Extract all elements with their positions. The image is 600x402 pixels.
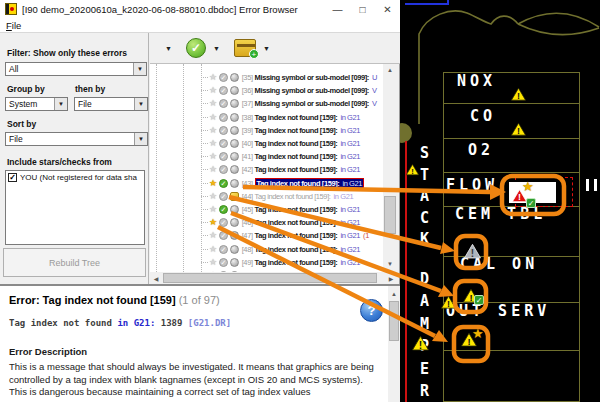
row-text: Tag index not found [159]:: [255, 218, 338, 227]
scroll-down-icon[interactable]: ▼: [383, 258, 397, 270]
row-note-icon[interactable]: [230, 218, 239, 227]
row-star-icon[interactable]: [209, 99, 217, 108]
check-dropdown-icon[interactable]: [213, 45, 220, 52]
chevron-down-icon[interactable]: [134, 98, 147, 110]
svg-text:!: !: [419, 340, 422, 351]
error-tree[interactable]: [35] Missing symbol or sub-model [099]:U…: [150, 64, 383, 272]
row-check-icon[interactable]: [219, 192, 228, 201]
row-star-icon[interactable]: [209, 126, 217, 135]
rebuild-tree-button[interactable]: Rebuild Tree: [3, 248, 146, 277]
row-check-icon[interactable]: [219, 73, 228, 82]
then-by-select[interactable]: File: [74, 97, 148, 111]
row-check-icon[interactable]: [219, 152, 228, 161]
row-note-icon[interactable]: [230, 139, 239, 148]
notes-dropdown-icon[interactable]: [263, 45, 270, 52]
app-icon: [5, 3, 17, 15]
row-check-icon[interactable]: [219, 231, 228, 240]
include-listbox[interactable]: YOU (Not registered for data sha: [5, 170, 145, 245]
row-check-icon[interactable]: [219, 126, 228, 135]
tree-row[interactable]: [42] Tag index not found [159]:in G21: [150, 163, 383, 176]
maximize-button[interactable]: □: [350, 0, 375, 18]
scroll-up-icon[interactable]: ▲: [388, 288, 400, 300]
row-note-icon[interactable]: [230, 99, 239, 108]
group-by-label: Group by: [7, 84, 45, 94]
tree-row[interactable]: [49] Tag index not found [159]:in G21: [150, 256, 383, 269]
svg-text:!: !: [467, 336, 470, 347]
row-star-icon[interactable]: [209, 179, 217, 188]
tree-vscrollbar[interactable]: [383, 64, 397, 272]
row-check-icon[interactable]: [219, 165, 228, 174]
row-star-icon[interactable]: [209, 86, 217, 95]
row-star-icon[interactable]: [209, 139, 217, 148]
row-check-icon[interactable]: [219, 179, 228, 188]
tree-hscroll-thumb[interactable]: [163, 273, 377, 283]
filter-value: All: [9, 64, 18, 74]
row-check-icon[interactable]: [219, 99, 228, 108]
tree-row[interactable]: [46] Tag index not found [159]:in G21: [150, 216, 383, 229]
row-check-icon[interactable]: [219, 86, 228, 95]
scroll-up-icon[interactable]: ▲: [383, 64, 397, 76]
row-check-icon[interactable]: [219, 245, 228, 254]
row-note-icon[interactable]: [230, 245, 239, 254]
row-note-icon[interactable]: [230, 258, 239, 267]
row-note-icon[interactable]: [230, 231, 239, 240]
tree-row[interactable]: [44] Tag index not found [159]:in G21: [150, 190, 383, 203]
include-item-you[interactable]: YOU (Not registered for data sha: [8, 173, 144, 182]
tree-row[interactable]: [47] Tag index not found [159]:in G21(1: [150, 229, 383, 242]
row-check-icon[interactable]: [219, 139, 228, 148]
row-note-icon[interactable]: [230, 73, 239, 82]
check-icon[interactable]: ✓: [186, 38, 206, 58]
row-note-icon[interactable]: [230, 179, 239, 188]
row-star-icon[interactable]: [209, 245, 217, 254]
scroll-left-icon[interactable]: ◀: [150, 272, 162, 284]
tree-vscroll-thumb[interactable]: [384, 196, 396, 234]
row-check-icon[interactable]: [219, 258, 228, 267]
row-star-icon[interactable]: [209, 192, 217, 201]
tree-row[interactable]: [39] Tag index not found [159]:in G21: [150, 124, 383, 137]
checkbox-checked-icon[interactable]: [8, 173, 17, 182]
scroll-right-icon[interactable]: ▶: [385, 272, 397, 284]
row-note-icon[interactable]: [230, 86, 239, 95]
row-star-icon[interactable]: [209, 231, 217, 240]
tree-row[interactable]: [38] Tag index not found [159]:in G21: [150, 111, 383, 124]
title-bar[interactable]: [I90 demo_20200610a_k2020-06-08-88010.db…: [0, 0, 400, 18]
tree-row[interactable]: [40] Tag index not found [159]:in G21: [150, 137, 383, 150]
help-icon[interactable]: ?: [360, 299, 383, 322]
star-dropdown-icon[interactable]: [165, 45, 172, 52]
tree-row[interactable]: [36] Missing symbol or sub-model [099]:V: [150, 84, 383, 97]
tree-row[interactable]: [45] Tag index not found [159]:in G21: [150, 203, 383, 216]
row-number: [48]: [242, 245, 253, 254]
sort-by-select[interactable]: File: [5, 132, 148, 146]
row-star-icon[interactable]: [209, 218, 217, 227]
row-note-icon[interactable]: [230, 192, 239, 201]
row-star-icon[interactable]: [209, 152, 217, 161]
filter-select[interactable]: All: [5, 62, 147, 76]
tree-row[interactable]: [35] Missing symbol or sub-model [099]:U: [150, 71, 383, 84]
tree-row[interactable]: [43] Tag index not found [159]:in G21: [150, 177, 383, 190]
chevron-down-icon[interactable]: [54, 98, 67, 110]
row-note-icon[interactable]: [230, 165, 239, 174]
tree-row[interactable]: [48] Tag index not found [159]:in G21: [150, 242, 383, 255]
row-check-icon[interactable]: [219, 205, 228, 214]
row-check-icon[interactable]: [219, 218, 228, 227]
chevron-down-icon[interactable]: [134, 133, 147, 145]
tree-row[interactable]: [37] Missing symbol or sub-model [099]:V: [150, 97, 383, 110]
row-star-icon[interactable]: [209, 165, 217, 174]
chevron-down-icon[interactable]: [133, 63, 146, 75]
row-star-icon[interactable]: [209, 73, 217, 82]
row-note-icon[interactable]: [230, 205, 239, 214]
row-note-icon[interactable]: [230, 113, 239, 122]
add-notes-icon[interactable]: +: [234, 39, 256, 57]
row-star-icon[interactable]: [209, 113, 217, 122]
detail-vscroll-thumb[interactable]: [389, 301, 399, 341]
row-check-icon[interactable]: [219, 113, 228, 122]
group-by-select[interactable]: System: [5, 97, 68, 111]
close-button[interactable]: ✕: [375, 0, 400, 18]
row-star-icon[interactable]: [209, 205, 217, 214]
tree-row[interactable]: [41] Tag index not found [159]:in G21: [150, 150, 383, 163]
row-star-icon[interactable]: [209, 258, 217, 267]
menu-file[interactable]: File: [0, 20, 27, 31]
row-note-icon[interactable]: [230, 152, 239, 161]
minimize-button[interactable]: —: [325, 0, 350, 18]
row-note-icon[interactable]: [230, 126, 239, 135]
